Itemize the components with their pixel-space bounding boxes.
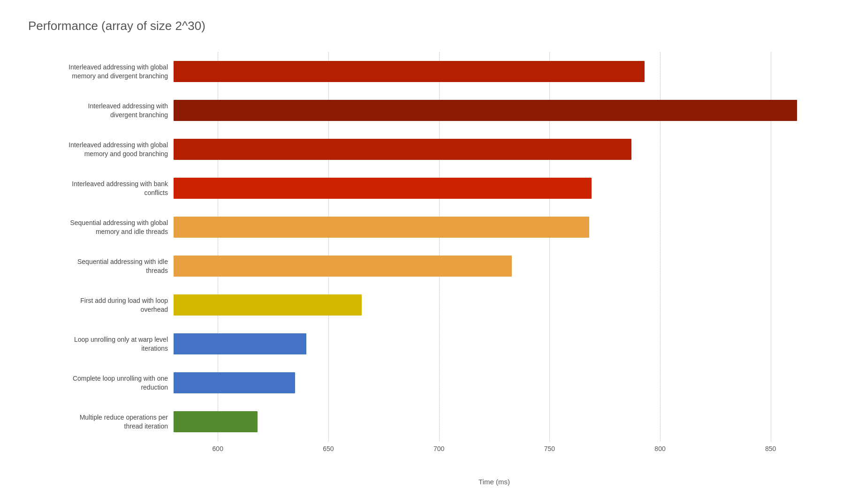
bar-row <box>174 54 815 89</box>
x-tick: 700 <box>433 445 444 452</box>
bar <box>174 256 512 277</box>
x-tick: 600 <box>213 445 223 452</box>
bars-area: 600650700750800850 Time (ms) <box>174 52 815 465</box>
bar <box>174 333 306 354</box>
bars-wrapper <box>174 52 815 441</box>
bar <box>174 372 295 393</box>
x-tick: 750 <box>544 445 555 452</box>
bar-row <box>174 210 815 245</box>
bar <box>174 217 589 238</box>
x-axis: 600650700750800850 <box>174 441 815 465</box>
bar <box>174 411 258 432</box>
x-tick: 650 <box>323 445 334 452</box>
chart-container: Performance (array of size 2^30) Interle… <box>0 0 843 504</box>
bar-row <box>174 287 815 323</box>
x-tick: 800 <box>654 445 665 452</box>
y-label: Interleaved addressing with globalmemory… <box>28 131 174 168</box>
bar-row <box>174 326 815 361</box>
y-label: Interleaved addressing with globalmemory… <box>28 53 174 90</box>
y-label: Sequential addressing with idlethreads <box>28 248 174 285</box>
bar <box>174 294 362 316</box>
y-label: First add during load with loopoverhead <box>28 286 174 324</box>
bar-row <box>174 132 815 167</box>
bar <box>174 100 797 121</box>
y-label: Interleaved addressing withdivergent bra… <box>28 92 174 129</box>
x-axis-label: Time (ms) <box>478 478 510 486</box>
bar <box>174 178 592 199</box>
chart-title: Performance (array of size 2^30) <box>28 19 815 33</box>
y-label: Multiple reduce operations perthread ite… <box>28 403 174 441</box>
y-label: Sequential addressing with globalmemory … <box>28 209 174 246</box>
bar <box>174 139 631 160</box>
grid-and-bars: Interleaved addressing with globalmemory… <box>28 52 815 465</box>
bar-row <box>174 365 815 400</box>
bar-row <box>174 404 815 439</box>
bar <box>174 61 645 82</box>
y-labels: Interleaved addressing with globalmemory… <box>28 52 174 465</box>
y-label: Complete loop unrolling with onereductio… <box>28 364 174 402</box>
x-tick: 850 <box>765 445 776 452</box>
bar-row <box>174 248 815 284</box>
bar-row <box>174 171 815 206</box>
y-label: Loop unrolling only at warp leveliterati… <box>28 325 174 363</box>
bar-row <box>174 93 815 128</box>
y-label: Interleaved addressing with bankconflict… <box>28 170 174 207</box>
chart-area: Interleaved addressing with globalmemory… <box>28 52 815 465</box>
